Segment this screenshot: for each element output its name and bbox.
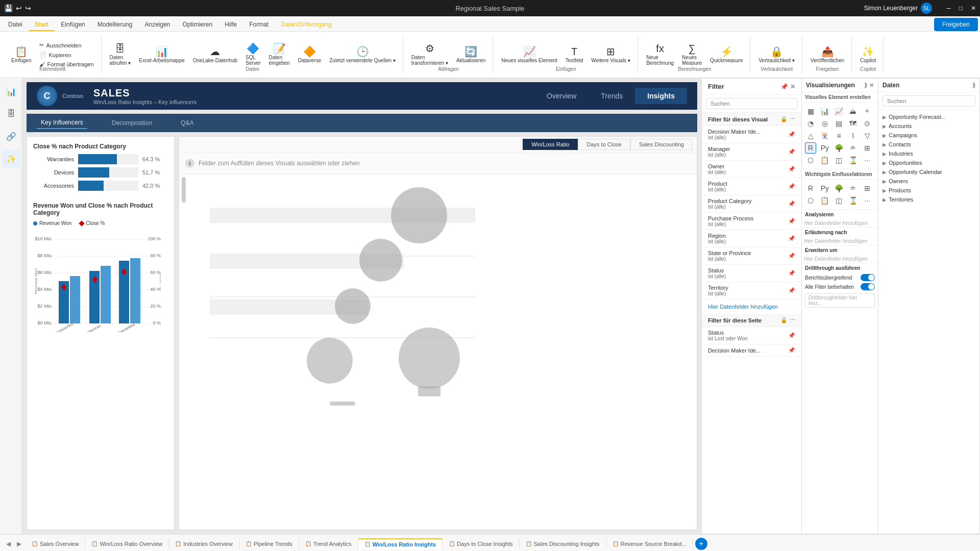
viz-custom-2[interactable]: 📋 [819, 155, 830, 166]
viz-scatter-icon[interactable]: ⚬ [862, 106, 873, 117]
data-item-contacts[interactable]: ▶ Contacts [880, 140, 977, 149]
tab-modellierung[interactable]: Modellierung [91, 19, 139, 31]
pill-sales-discounting[interactable]: Sales Discounting [630, 139, 693, 150]
viz-expand-icon[interactable]: ⟫ [864, 82, 867, 89]
viz-sub-1[interactable]: R [805, 183, 816, 194]
tab-days-to-close[interactable]: 📋 Days to Close Insights [443, 539, 519, 549]
viz-line-icon[interactable]: 📈 [834, 106, 845, 117]
share-button[interactable]: Freigeben [934, 18, 978, 31]
tab-start[interactable]: Start [29, 19, 55, 31]
scroll-handle-bottom[interactable] [330, 402, 355, 406]
viz-sub-more[interactable]: ··· [862, 195, 873, 206]
filter-toggle[interactable] [861, 283, 875, 290]
page-nav-prev[interactable]: ◀ [4, 540, 13, 547]
data-expand-icon[interactable]: ⟫ [972, 82, 975, 89]
filter-purchase-process-pin[interactable]: 📌 [788, 218, 795, 224]
viz-sub-3[interactable]: 🌳 [834, 183, 845, 194]
minimize-button[interactable]: ─ [946, 5, 951, 12]
sidebar-report-icon[interactable]: 📊 [2, 82, 20, 101]
sql-button[interactable]: 🔷 SQLServer [242, 41, 263, 68]
viz-decomp-icon[interactable]: 🌳 [834, 142, 845, 154]
viz-sub-2[interactable]: Py [819, 183, 830, 194]
viz-sub-7[interactable]: 📋 [819, 195, 830, 206]
filter-status-pin[interactable]: 📌 [788, 270, 795, 277]
textfeld-button[interactable]: T Textfeld [562, 44, 586, 65]
filter-page-expand-icon[interactable]: ⋯ [790, 317, 795, 323]
redo-icon[interactable]: ↪ [25, 4, 31, 12]
pill-days-close[interactable]: Days to Close [578, 139, 630, 150]
drillthrough-add-btn[interactable]: Drillthroughfelder hier hinz... [805, 293, 875, 308]
filter-product-category-pin[interactable]: 📌 [788, 201, 795, 207]
sidebar-data-icon[interactable]: 🗄 [2, 105, 20, 123]
data-item-opportunity-forecast[interactable]: ▶ Opportunity Forecast... [880, 112, 977, 121]
subnav-key-influencers[interactable]: Key Influencers [37, 117, 87, 129]
viz-sub-8[interactable]: ◫ [834, 195, 845, 206]
viz-multi-row-icon[interactable]: ≡ [834, 130, 845, 141]
vertraulichkeit-button[interactable]: 🔒 Vertraulichkeit ▾ [755, 44, 798, 65]
tab-format[interactable]: Format [243, 19, 275, 31]
viz-waterfall-icon[interactable]: ⌇ [847, 130, 859, 141]
transformieren-button[interactable]: ⚙ Datentransformieren ▾ [408, 41, 451, 68]
viz-python-icon[interactable]: Py [819, 142, 830, 154]
filter-page-dm-pin[interactable]: 📌 [788, 347, 795, 354]
filter-manager[interactable]: Manager ist (alle) 📌 [702, 143, 801, 161]
tab-pipeline-trends[interactable]: 📋 Pipeline Trends [239, 539, 299, 549]
maximize-button[interactable]: □ [959, 5, 963, 12]
nav-link-insights[interactable]: Insights [635, 88, 687, 104]
weitere-visuals-button[interactable]: ⊞ Weitere Visuals ▾ [588, 44, 633, 65]
tab-daten-drillvorgang[interactable]: Daten/Drillvorgang [275, 19, 337, 31]
filter-lock-icon[interactable]: 🔒 [780, 116, 788, 122]
paste-button[interactable]: 📋 Einfügen [8, 44, 34, 65]
veroeffentlichen-button[interactable]: 📤 Veröffentlichen [807, 44, 847, 65]
viz-bar-icon[interactable]: 📊 [819, 106, 830, 117]
daten-abrufen-button[interactable]: 🗄 Datenabrufen ▾ [107, 41, 134, 68]
tab-einfuegen[interactable]: Einfügen [55, 19, 91, 31]
viz-key-influencer-icon[interactable]: R [805, 142, 816, 154]
viz-pie-icon[interactable]: ◔ [805, 118, 816, 129]
filter-purchase-process[interactable]: Purchase Process ist (alle) 📌 [702, 213, 801, 230]
subnav-decomposition[interactable]: Decomposition [108, 117, 156, 129]
filter-close-icon[interactable]: ✕ [790, 83, 795, 90]
undo-icon[interactable]: ↩ [16, 4, 22, 12]
filter-decision-maker-pin[interactable]: 📌 [788, 131, 795, 138]
data-item-opportunities[interactable]: ▶ Opportunities [880, 158, 977, 167]
viz-custom-4[interactable]: ⌛ [847, 155, 859, 166]
tab-win-loss-overview[interactable]: 📋 Win/Loss Ratio Overview [85, 539, 169, 549]
data-search-input[interactable] [883, 95, 975, 107]
viz-pin-icon[interactable]: ✕ [869, 82, 874, 89]
viz-area-icon[interactable]: ⛰ [847, 106, 859, 117]
add-page-button[interactable]: + [695, 538, 707, 550]
filter-state-pin[interactable]: 📌 [788, 253, 795, 259]
tab-anzeigen[interactable]: Anzeigen [138, 19, 176, 31]
filter-product[interactable]: Product ist (alle) 📌 [702, 178, 801, 195]
bar-dev-2[interactable] [101, 266, 111, 323]
filter-territory[interactable]: Territory ist (alle) 📌 [702, 282, 801, 299]
page-nav-next[interactable]: ▶ [13, 540, 26, 547]
neue-berechnung-button[interactable]: fx NeueBerechnung [643, 41, 677, 68]
filter-product-pin[interactable]: 📌 [788, 183, 795, 190]
viz-more-icon[interactable]: ··· [862, 155, 873, 166]
aktualisieren-button[interactable]: 🔄 Aktualisieren [453, 44, 488, 65]
filter-page-status-pin[interactable]: 📌 [788, 332, 795, 339]
viz-donut-icon[interactable]: ◎ [819, 118, 830, 129]
filter-region-pin[interactable]: 📌 [788, 235, 795, 242]
report-toggle[interactable] [861, 274, 875, 281]
tab-sales-overview[interactable]: 📋 Sales Overview [26, 539, 85, 549]
subnav-qa[interactable]: Q&A [177, 117, 198, 129]
tab-sales-discounting[interactable]: 📋 Sales Discounting Insights [520, 539, 606, 549]
filter-pin-icon[interactable]: 📌 [780, 83, 788, 90]
filter-page-decision-maker[interactable]: Decision Maker Ide... 📌 [702, 344, 801, 357]
viz-map-icon[interactable]: 🗺 [847, 118, 859, 129]
nav-link-overview[interactable]: Overview [534, 88, 589, 104]
tab-hilfe[interactable]: Hilfe [218, 19, 243, 31]
expand-add-field[interactable]: Hier Datenfelder hinzufügen [802, 255, 878, 263]
save-icon[interactable]: 💾 [4, 4, 13, 12]
viz-sub-9[interactable]: ⌛ [847, 195, 859, 206]
viz-funnel-icon[interactable]: ▽ [862, 130, 873, 141]
filter-region[interactable]: Region ist (alle) 📌 [702, 230, 801, 247]
filter-expand-icon[interactable]: ⋯ [790, 116, 795, 122]
filter-page-lock-icon[interactable]: 🔒 [780, 317, 788, 323]
zuletzt-button[interactable]: 🕒 Zuletzt verwendete Quellen ▾ [326, 44, 399, 65]
nav-link-trends[interactable]: Trends [589, 88, 635, 104]
viz-custom-3[interactable]: ◫ [834, 155, 845, 166]
